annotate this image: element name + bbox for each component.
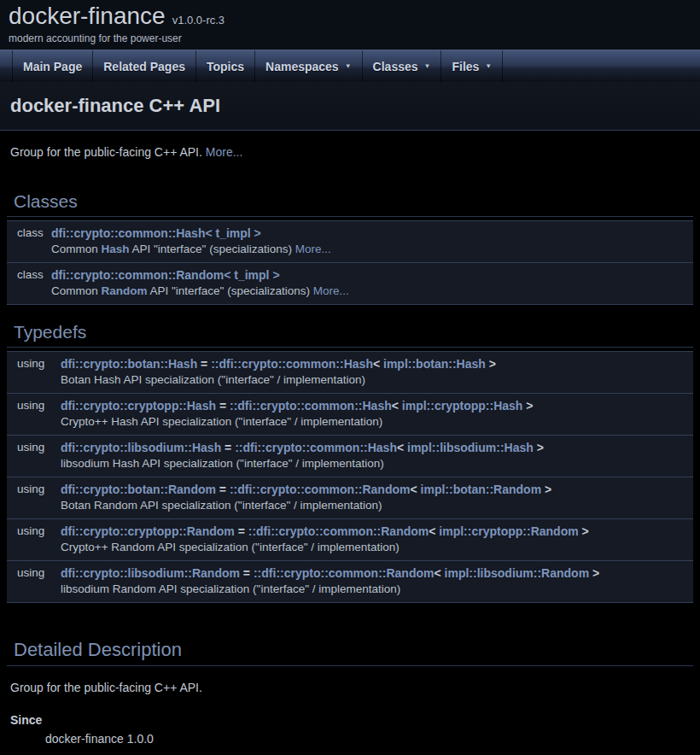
typedef-name-link[interactable]: dfi::crypto::cryptopp::Hash bbox=[61, 399, 216, 413]
common-type-link[interactable]: ::dfi::crypto::common::Random bbox=[254, 566, 435, 580]
class-link[interactable]: dfi::crypto::common::Random< t_impl > bbox=[51, 268, 280, 282]
page-title: docker-finance C++ API bbox=[10, 95, 690, 117]
nav-tab-classes[interactable]: Classes ▼ bbox=[363, 50, 442, 82]
common-type-link[interactable]: ::dfi::crypto::common::Random bbox=[230, 483, 411, 496]
table-row: class dfi::crypto::common::Hash< t_impl … bbox=[7, 221, 693, 242]
more-link[interactable]: More... bbox=[313, 284, 349, 297]
common-type-link[interactable]: ::dfi::crypto::common::Hash bbox=[211, 357, 373, 371]
nav-tab-main-page[interactable]: Main Page bbox=[12, 50, 93, 82]
table-row: Common Hash API "interface" (specializat… bbox=[7, 241, 693, 262]
table-row: libsodium Hash API specialization ("inte… bbox=[7, 455, 693, 477]
member-keyword: using bbox=[7, 352, 61, 372]
common-type-link[interactable]: ::dfi::crypto::common::Hash bbox=[235, 441, 397, 454]
nav-tab-files[interactable]: Files ▼ bbox=[441, 50, 503, 82]
operator-text: > bbox=[522, 399, 533, 413]
intro-more-link[interactable]: More... bbox=[206, 145, 243, 159]
member-keyword: using bbox=[7, 394, 61, 413]
row-separator bbox=[7, 602, 693, 603]
member-description: Crypto++ Hash API specialization ("inter… bbox=[61, 413, 693, 435]
intro-paragraph: Group for the public-facing C++ API. Mor… bbox=[10, 145, 690, 159]
typedefs-heading: Typedefs bbox=[7, 322, 693, 348]
nav-tab-namespaces[interactable]: Namespaces ▼ bbox=[255, 50, 363, 82]
operator-text: = bbox=[216, 483, 230, 496]
operator-text: > bbox=[486, 357, 496, 371]
common-type-link[interactable]: ::dfi::crypto::common::Random bbox=[248, 524, 429, 538]
impl-type-link[interactable]: impl::cryptopp::Hash bbox=[402, 399, 523, 413]
table-row: class dfi::crypto::common::Random< t_imp… bbox=[7, 263, 693, 283]
table-row: Crypto++ Random API specialization ("int… bbox=[7, 539, 693, 560]
table-row: usingdfi::crypto::cryptopp::Hash = ::dfi… bbox=[7, 394, 693, 413]
page-header: docker-finance C++ API bbox=[0, 82, 700, 131]
member-keyword: using bbox=[7, 436, 61, 455]
operator-text: < bbox=[434, 566, 444, 580]
operator-text: > bbox=[541, 483, 551, 496]
desc-text: API "interface" (specializations) bbox=[148, 284, 313, 297]
typedef-name-link[interactable]: dfi::crypto::libsodium::Random bbox=[61, 566, 240, 580]
nav-tab-label: Related Pages bbox=[103, 60, 185, 73]
typedef-declaration: dfi::crypto::botan::Hash = ::dfi::crypto… bbox=[61, 352, 693, 372]
nav-tab-label: Classes bbox=[373, 60, 418, 73]
member-description: Botan Random API specialization ("interf… bbox=[61, 497, 693, 518]
chevron-down-icon: ▼ bbox=[485, 62, 492, 70]
project-version: v1.0.0-rc.3 bbox=[172, 14, 225, 26]
desc-text: Common bbox=[51, 243, 102, 255]
typedefs-table: usingdfi::crypto::botan::Hash = ::dfi::c… bbox=[7, 351, 693, 603]
impl-type-link[interactable]: impl::botan::Random bbox=[421, 483, 542, 496]
title-area: docker-financev1.0.0-rc.3 modern account… bbox=[0, 0, 700, 50]
more-link[interactable]: More... bbox=[295, 243, 331, 255]
impl-type-link[interactable]: impl::cryptopp::Random bbox=[439, 524, 578, 538]
nav-tab-label: Namespaces bbox=[265, 60, 339, 73]
typedef-name-link[interactable]: dfi::crypto::cryptopp::Random bbox=[61, 524, 235, 538]
typedef-declaration: dfi::crypto::cryptopp::Hash = ::dfi::cry… bbox=[61, 394, 693, 413]
since-block: Since docker-finance 1.0.0 bbox=[10, 713, 690, 746]
desc-text: API "interface" (specializations) bbox=[130, 243, 295, 255]
class-ref-link[interactable]: Hash bbox=[102, 243, 130, 255]
typedef-declaration: dfi::crypto::libsodium::Random = ::dfi::… bbox=[61, 561, 693, 581]
row-separator bbox=[7, 304, 693, 305]
member-keyword: class bbox=[7, 263, 51, 283]
typedef-declaration: dfi::crypto::libsodium::Hash = ::dfi::cr… bbox=[61, 436, 693, 455]
nav-tab-label: Main Page bbox=[23, 60, 82, 73]
nav-tab-topics[interactable]: Topics bbox=[196, 50, 255, 82]
classes-heading: Classes bbox=[7, 191, 693, 217]
project-name: docker-finance bbox=[9, 3, 166, 29]
desc-text: Common bbox=[51, 284, 102, 297]
class-ref-link[interactable]: Random bbox=[102, 284, 148, 297]
table-row: libsodium Random API specialization ("in… bbox=[7, 581, 693, 602]
nav-tab-label: Topics bbox=[207, 60, 244, 73]
member-keyword: class bbox=[7, 221, 51, 242]
intro-text: Group for the public-facing C++ API. bbox=[10, 145, 206, 159]
impl-type-link[interactable]: impl::libsodium::Random bbox=[445, 566, 590, 580]
operator-text: < bbox=[397, 441, 407, 454]
operator-text: = bbox=[221, 441, 235, 454]
contents: Group for the public-facing C++ API. Mor… bbox=[0, 145, 700, 754]
main-nav: Main Page Related Pages Topics Namespace… bbox=[0, 50, 700, 82]
operator-text: > bbox=[579, 524, 589, 538]
table-row: usingdfi::crypto::libsodium::Random = ::… bbox=[7, 561, 693, 581]
typedef-name-link[interactable]: dfi::crypto::libsodium::Hash bbox=[61, 441, 221, 454]
member-description: Common Random API "interface" (specializ… bbox=[51, 283, 693, 304]
operator-text: > bbox=[534, 441, 544, 454]
operator-text: < bbox=[429, 524, 439, 538]
typedef-name-link[interactable]: dfi::crypto::botan::Hash bbox=[61, 357, 197, 371]
member-description: Botan Hash API specialization ("interfac… bbox=[61, 372, 693, 393]
operator-text: < bbox=[373, 357, 383, 371]
impl-type-link[interactable]: impl::libsodium::Hash bbox=[407, 441, 534, 454]
common-type-link[interactable]: ::dfi::crypto::common::Hash bbox=[230, 399, 392, 413]
typedef-name-link[interactable]: dfi::crypto::botan::Random bbox=[61, 483, 216, 496]
class-link[interactable]: dfi::crypto::common::Hash< t_impl > bbox=[51, 226, 261, 240]
impl-type-link[interactable]: impl::botan::Hash bbox=[383, 357, 486, 371]
table-row: Botan Hash API specialization ("interfac… bbox=[7, 372, 693, 393]
member-description: Common Hash API "interface" (specializat… bbox=[51, 241, 693, 262]
table-row: Common Random API "interface" (specializ… bbox=[7, 283, 693, 304]
member-keyword: using bbox=[7, 477, 61, 497]
project-brief: modern accounting for the power-user bbox=[9, 32, 700, 44]
nav-tab-related-pages[interactable]: Related Pages bbox=[93, 50, 196, 82]
operator-text: = bbox=[216, 399, 230, 413]
table-row: usingdfi::crypto::botan::Hash = ::dfi::c… bbox=[7, 352, 693, 372]
member-description: libsodium Random API specialization ("in… bbox=[61, 581, 693, 602]
typedef-declaration: dfi::crypto::botan::Random = ::dfi::cryp… bbox=[61, 477, 693, 497]
detailed-description-heading: Detailed Description bbox=[7, 639, 693, 666]
table-row: Crypto++ Hash API specialization ("inter… bbox=[7, 413, 693, 435]
operator-text: = bbox=[197, 357, 211, 371]
